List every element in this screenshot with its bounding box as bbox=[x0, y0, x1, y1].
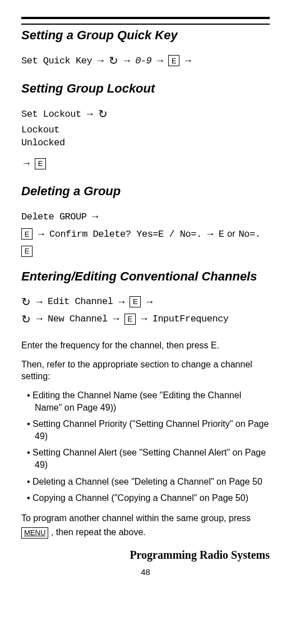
e-key-icon: E bbox=[130, 296, 141, 307]
rule-thick bbox=[21, 17, 270, 19]
lockout-options: Lockout Unlocked bbox=[21, 123, 270, 150]
arrow-icon: → bbox=[155, 53, 165, 69]
arrow-icon: → bbox=[36, 226, 46, 242]
body-enter-freq: Enter the frequency for the channel, the… bbox=[21, 339, 270, 352]
flow-delete-2: E → Confirm Delete? Yes=E / No=. → E or … bbox=[21, 226, 270, 257]
label-input-frequency: InputFrequency bbox=[153, 311, 229, 326]
arrow-icon: → bbox=[85, 106, 95, 122]
e-key-icon: E bbox=[21, 246, 33, 257]
menu-key-icon: MENU bbox=[21, 527, 48, 539]
list-item: Editing the Channel Name (see "Editing t… bbox=[35, 389, 270, 413]
bullet-list: Editing the Channel Name (see "Editing t… bbox=[21, 389, 270, 504]
flow-quick-key: Set Quick Key → ↻ → 0-9 → E → bbox=[21, 53, 270, 69]
arrow-icon: → bbox=[183, 53, 193, 69]
list-item: Deleting a Channel (see "Deleting a Chan… bbox=[35, 476, 270, 488]
arrow-icon: → bbox=[21, 155, 31, 172]
arrow-icon: → bbox=[34, 294, 44, 310]
e-key-icon: E bbox=[168, 55, 179, 66]
or-text: or bbox=[227, 227, 235, 241]
flow-delete-1: Delete GROUP → bbox=[21, 209, 270, 225]
yes-key-label: E bbox=[219, 227, 224, 242]
list-item: Copying a Channel ("Copying a Channel" o… bbox=[35, 492, 270, 504]
arrow-icon: → bbox=[122, 53, 132, 69]
heading-lockout: Setting Group Lockout bbox=[21, 81, 270, 96]
heading-edit-channels: Entering/Editing Conventional Channels bbox=[21, 269, 270, 284]
arrow-icon: → bbox=[144, 294, 154, 310]
list-item: Setting Channel Alert (see "Setting Chan… bbox=[35, 447, 270, 471]
digits-label: 0-9 bbox=[135, 53, 151, 68]
body-refer: Then, refer to the appropriate section t… bbox=[21, 358, 270, 383]
label-edit-channel: Edit Channel bbox=[48, 294, 113, 309]
flow-edit-2: ↻ → New Channel → E → InputFrequency bbox=[21, 311, 270, 327]
arrow-icon: → bbox=[205, 226, 215, 242]
scroll-icon: ↻ bbox=[21, 314, 31, 325]
scroll-icon: ↻ bbox=[109, 55, 118, 66]
arrow-icon: → bbox=[95, 53, 105, 69]
footer-title: Programming Radio Systems bbox=[21, 549, 270, 562]
confirm-delete-label: Confirm Delete? Yes=E / No=. bbox=[49, 227, 202, 242]
label-set-quick-key: Set Quick Key bbox=[21, 53, 92, 68]
arrow-icon: → bbox=[111, 311, 121, 327]
body3a: To program another channel within the sa… bbox=[21, 513, 251, 523]
heading-quick-key: Setting a Group Quick Key bbox=[21, 28, 270, 43]
e-key-icon: E bbox=[124, 314, 136, 325]
scroll-icon: ↻ bbox=[21, 296, 31, 307]
scroll-icon: ↻ bbox=[98, 108, 108, 119]
body-program-another: To program another channel within the sa… bbox=[21, 511, 270, 540]
label-set-lockout: Set Lockout bbox=[21, 107, 81, 122]
label-delete-group: Delete GROUP bbox=[21, 209, 86, 224]
lockout-opt1: Lockout bbox=[21, 123, 270, 137]
flow-lockout-2: → E bbox=[21, 155, 270, 172]
heading-delete-group: Deleting a Group bbox=[21, 184, 270, 199]
list-item: Setting Channel Priority ("Setting Chann… bbox=[35, 418, 270, 442]
e-key-icon: E bbox=[21, 228, 33, 240]
arrow-icon: → bbox=[34, 311, 44, 327]
arrow-icon: → bbox=[139, 311, 149, 327]
arrow-icon: → bbox=[116, 294, 126, 310]
flow-edit-1: ↻ → Edit Channel → E → bbox=[21, 294, 270, 310]
rule-thin bbox=[21, 24, 270, 25]
page-number: 48 bbox=[21, 567, 270, 577]
label-new-channel: New Channel bbox=[48, 311, 108, 326]
flow-lockout-1: Set Lockout → ↻ bbox=[21, 106, 270, 122]
e-key-icon: E bbox=[35, 158, 46, 169]
no-label: No=. bbox=[239, 227, 261, 242]
lockout-opt2: Unlocked bbox=[21, 136, 270, 150]
arrow-icon: → bbox=[90, 209, 100, 225]
body3b: , then repeat the above. bbox=[51, 527, 146, 537]
